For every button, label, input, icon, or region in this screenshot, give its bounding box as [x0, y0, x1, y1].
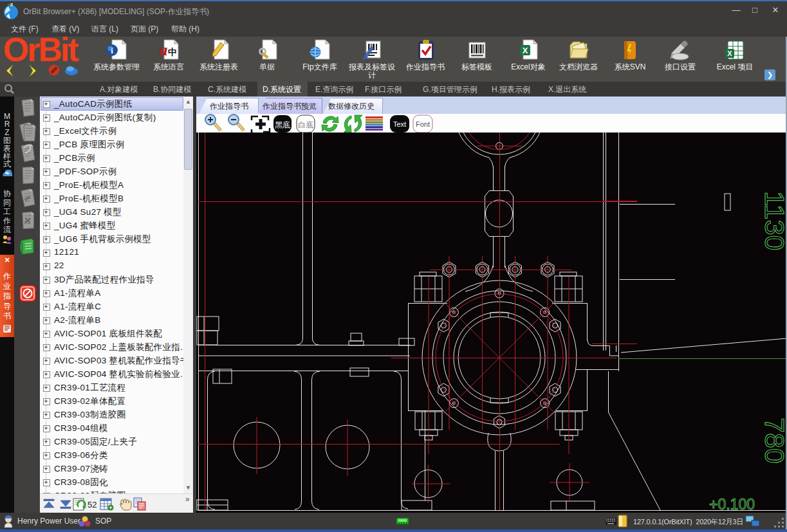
svg-text:52: 52: [88, 500, 97, 509]
svg-text:白底: 白底: [298, 120, 313, 129]
svg-text:黑底: 黑底: [275, 120, 290, 129]
svg-text:a: a: [160, 41, 168, 59]
svg-text:X: X: [727, 50, 732, 57]
svg-text:780: 780: [759, 417, 787, 464]
svg-text:X: X: [523, 46, 528, 55]
svg-text:Text: Text: [393, 120, 406, 128]
svg-text:1130: 1130: [759, 191, 787, 250]
svg-text:+0.100: +0.100: [709, 496, 755, 513]
svg-text:i: i: [111, 46, 113, 55]
svg-text:Font: Font: [416, 120, 430, 128]
svg-text:中: 中: [168, 47, 177, 57]
